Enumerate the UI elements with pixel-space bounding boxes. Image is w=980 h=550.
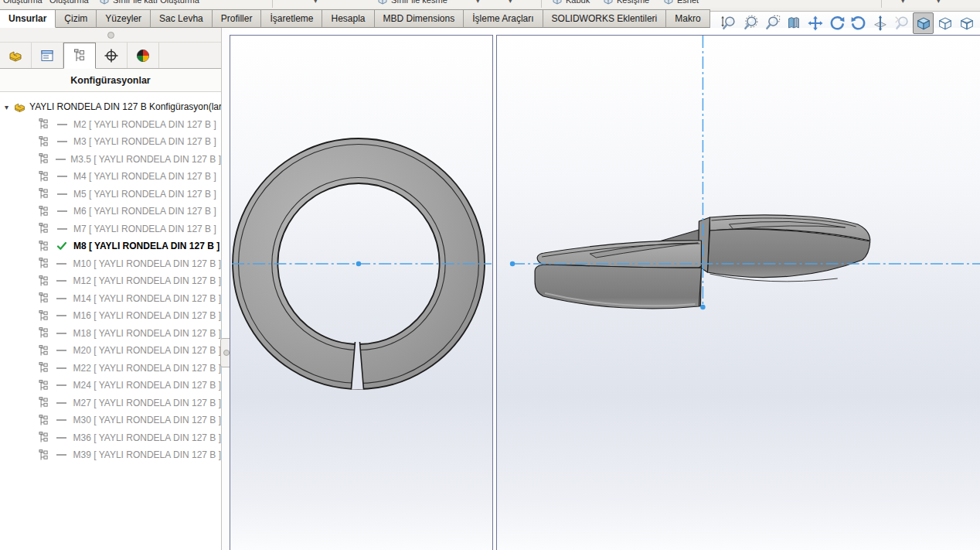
viewport-front-view[interactable] (230, 35, 493, 550)
config-item-m20[interactable]: M20 [ YAYLI RONDELA DIN 127 B ] (0, 342, 221, 360)
config-item-m6[interactable]: M6 [ YAYLI RONDELA DIN 127 B ] (0, 203, 221, 220)
config-item-m24[interactable]: M24 [ YAYLI RONDELA DIN 127 B ] (0, 377, 221, 395)
rotate-view-ccw-button[interactable] (848, 12, 869, 34)
panel-title: Konfigürasyonlar (0, 69, 221, 92)
ribbon-tab-i-leme-ara-lar[interactable]: İşleme Araçları (463, 9, 543, 28)
panel-tab-dimxpert[interactable] (96, 43, 128, 68)
config-item-m36[interactable]: M36 [ YAYLI RONDELA DIN 127 B ] (0, 429, 221, 447)
toolbar-button-olu-turma[interactable]: Oluşturma (3, 0, 43, 7)
config-item-m10[interactable]: M10 [ YAYLI RONDELA DIN 127 B ] (0, 255, 221, 273)
tree-root-item[interactable]: ▾YAYLI RONDELA DIN 127 B Konfigürasyon(l… (0, 98, 221, 116)
wireframe-button[interactable] (956, 12, 977, 34)
configuration-icon (37, 414, 50, 427)
pan-button[interactable] (805, 12, 825, 34)
toolbar-button-s-n-r-ile-kesme[interactable]: Sınır ile kesme (377, 0, 447, 7)
boundary-cut-icon (377, 0, 391, 5)
inactive-config-dash-icon (55, 228, 69, 230)
config-item-m22[interactable]: M22 [ YAYLI RONDELA DIN 127 B ] (0, 360, 221, 377)
inactive-config-dash-icon (55, 402, 69, 404)
configuration-icon (37, 257, 50, 270)
config-item-m5[interactable]: M5 [ YAYLI RONDELA DIN 127 B ] (0, 186, 221, 203)
config-item-m4[interactable]: M4 [ YAYLI RONDELA DIN 127 B ] (0, 168, 221, 186)
panel-splitter[interactable] (222, 28, 230, 550)
configuration-icon (37, 292, 50, 305)
flex-icon (663, 0, 677, 5)
configuration-icon (37, 431, 50, 444)
config-item-m14[interactable]: M14 [ YAYLI RONDELA DIN 127 B ] (0, 290, 221, 308)
ribbon-tab-y-zeyler[interactable]: Yüzeyler (96, 9, 151, 28)
viewport-trimetric-view[interactable] (496, 35, 980, 550)
hidden-lines-visible-button[interactable] (934, 12, 955, 34)
panel-tab-configuration-manager[interactable] (63, 43, 96, 69)
shell-icon (552, 0, 566, 5)
config-item-m18[interactable]: M18 [ YAYLI RONDELA DIN 127 B ] (0, 325, 221, 343)
toolbar-button-kabuk[interactable]: Kabuk (552, 0, 590, 7)
workspace: Konfigürasyonlar ▾YAYLI RONDELA DIN 127 … (0, 28, 980, 550)
config-item-m3-5[interactable]: M3.5 [ YAYLI RONDELA DIN 127 B ] (0, 151, 221, 169)
config-item-m16[interactable]: M16 [ YAYLI RONDELA DIN 127 B ] (0, 307, 221, 325)
expand-arrow-icon[interactable]: ▾ (5, 103, 9, 111)
dropdown-arrow-icon[interactable]: ▾ (509, 0, 512, 5)
configuration-icon (37, 118, 50, 131)
washer-front-view (230, 36, 492, 550)
configuration-icon (37, 379, 50, 392)
config-item-m3[interactable]: M3 [ YAYLI RONDELA DIN 127 B ] (0, 133, 221, 151)
section-view-button[interactable] (783, 12, 804, 34)
ribbon-tab-makro[interactable]: Makro (665, 9, 709, 28)
washer-trimetric-view (497, 36, 980, 550)
ribbon-tab-profiller[interactable]: Profiller (212, 9, 262, 28)
inactive-config-dash-icon (55, 280, 69, 282)
graphics-area (230, 28, 980, 550)
panel-tab-features[interactable] (0, 43, 32, 68)
inactive-config-dash-icon (55, 210, 69, 212)
dropdown-arrow-icon[interactable]: ▾ (937, 0, 941, 5)
toolbar-button-s-n-r-ile-kat-olu-turma[interactable]: Sınır ile katı Oluşturma (99, 0, 199, 7)
inactive-config-dash-icon (55, 437, 69, 439)
ribbon-tab-unsurlar[interactable]: Unsurlar (0, 9, 56, 28)
dropdown-arrow-icon[interactable]: ▾ (476, 0, 480, 5)
centerline-endpoint-left (510, 261, 515, 266)
ribbon-tab-solidworks-eklentileri[interactable]: SOLIDWORKS Eklentileri (543, 9, 667, 28)
zoom-to-area-button[interactable] (761, 12, 782, 34)
ribbon-tab-i-aretleme[interactable]: İşaretleme (260, 9, 322, 28)
config-item-m27[interactable]: M27 [ YAYLI RONDELA DIN 127 B ] (0, 395, 221, 412)
ribbon-tab-izim[interactable]: Çizim (55, 9, 97, 28)
config-item-m30[interactable]: M30 [ YAYLI RONDELA DIN 127 B ] (0, 412, 221, 429)
dropdown-arrow-icon[interactable]: ▾ (314, 0, 318, 5)
display-manager-icon (135, 48, 151, 63)
config-item-m8[interactable]: M8 [ YAYLI RONDELA DIN 127 B ] (0, 237, 221, 255)
toolbar-button-kesi-me[interactable]: Kesişme (603, 0, 649, 7)
inactive-config-dash-icon (55, 419, 69, 421)
panel-grip[interactable] (0, 28, 221, 43)
zoom-to-fit-button[interactable] (718, 12, 739, 34)
zoom-modify-button[interactable] (891, 12, 912, 34)
panel-tab-display-manager[interactable] (128, 43, 159, 68)
front-band-side-face (535, 265, 701, 309)
config-item-m7[interactable]: M7 [ YAYLI RONDELA DIN 127 B ] (0, 220, 221, 238)
feature-manager-panel: Konfigürasyonlar ▾YAYLI RONDELA DIN 127 … (0, 28, 222, 550)
roll-view-button[interactable] (869, 12, 890, 34)
ribbon-tab-hesapla[interactable]: Hesapla (322, 9, 374, 28)
ribbon-tab-sac-levha[interactable]: Sac Levha (150, 9, 213, 28)
inactive-config-dash-icon (55, 384, 69, 386)
zoom-in-out-button[interactable] (740, 12, 761, 34)
shaded-with-edges-button[interactable] (913, 12, 934, 34)
inactive-config-dash-icon (55, 367, 69, 369)
inactive-config-dash-icon (55, 315, 69, 316)
config-item-m39[interactable]: M39 [ YAYLI RONDELA DIN 127 B ] (0, 446, 221, 464)
toolbar-button-olu-turma[interactable]: Oluşturma (49, 0, 89, 7)
configuration-icon (37, 361, 50, 374)
toolbar-separator (541, 0, 542, 8)
rotate-view-cw-button[interactable] (826, 12, 847, 34)
dropdown-arrow-icon[interactable]: ▾ (901, 0, 905, 5)
configuration-icon (37, 205, 50, 218)
configuration-icon (37, 449, 50, 462)
panel-tab-property-manager[interactable] (32, 43, 63, 68)
toolbar-button-esnet[interactable]: Esnet (663, 0, 699, 7)
ribbon-tab-mbd-dimensions[interactable]: MBD Dimensions (374, 9, 464, 28)
configuration-icon (37, 222, 50, 235)
config-item-m12[interactable]: M12 [ YAYLI RONDELA DIN 127 B ] (0, 272, 221, 290)
configuration-icon (37, 275, 50, 288)
centerline-endpoint-bottom (700, 305, 705, 309)
config-item-m2[interactable]: M2 [ YAYLI RONDELA DIN 127 B ] (0, 116, 221, 134)
